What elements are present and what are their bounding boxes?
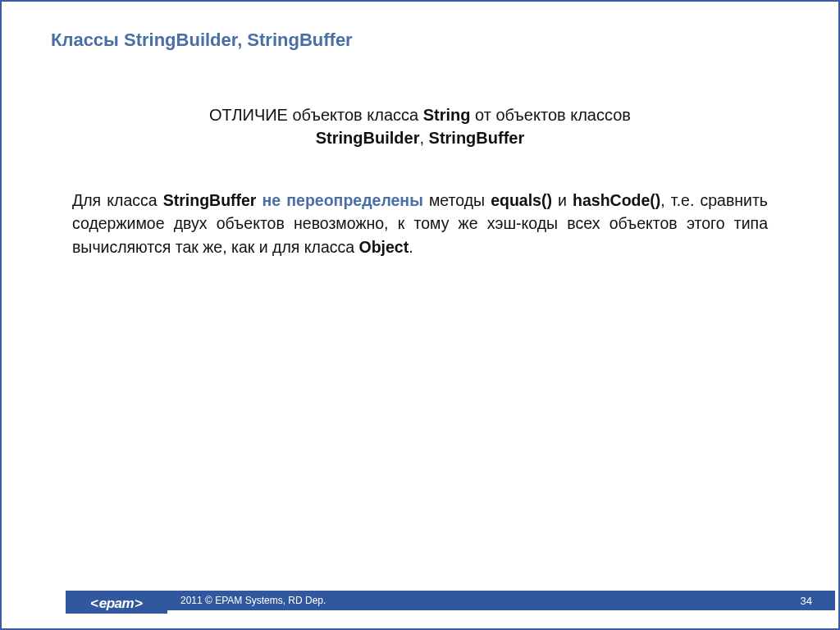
epam-logo-text: epam xyxy=(90,596,142,612)
footer-page-number: 34 xyxy=(801,595,812,607)
footer-bar: 2011 © EPAM Systems, RD Dep. 34 xyxy=(66,591,835,610)
body-text: . xyxy=(409,238,413,256)
subtitle-strong: StringBuilder xyxy=(316,129,420,147)
slide-body: Для класса StringBuffer не переопределен… xyxy=(72,189,768,258)
epam-logo: epam xyxy=(66,594,167,614)
body-text: методы xyxy=(429,191,491,209)
slide-title: Классы StringBuilder, StringBuffer xyxy=(51,30,353,51)
subtitle-strong: String xyxy=(423,106,471,124)
subtitle-text: от объектов классов xyxy=(470,106,630,124)
subtitle-text: , xyxy=(419,129,428,147)
body-strong: equals() xyxy=(491,191,552,209)
body-strong: hashCode() xyxy=(573,191,660,209)
body-strong: StringBuffer xyxy=(163,191,257,209)
body-text: Для класса xyxy=(72,191,163,209)
body-text: и xyxy=(552,191,573,209)
slide-footer: 2011 © EPAM Systems, RD Dep. 34 epam xyxy=(2,591,838,614)
body-strong: Object xyxy=(359,238,409,256)
slide-subtitle: ОТЛИЧИЕ объектов класса String от объект… xyxy=(51,103,789,149)
body-highlight: не переопределены xyxy=(256,191,428,209)
slide: Классы StringBuilder, StringBuffer ОТЛИЧ… xyxy=(0,0,840,630)
subtitle-strong: StringBuffer xyxy=(429,129,525,147)
footer-copyright: 2011 © EPAM Systems, RD Dep. xyxy=(180,595,326,606)
subtitle-text: ОТЛИЧИЕ объектов класса xyxy=(209,106,423,124)
